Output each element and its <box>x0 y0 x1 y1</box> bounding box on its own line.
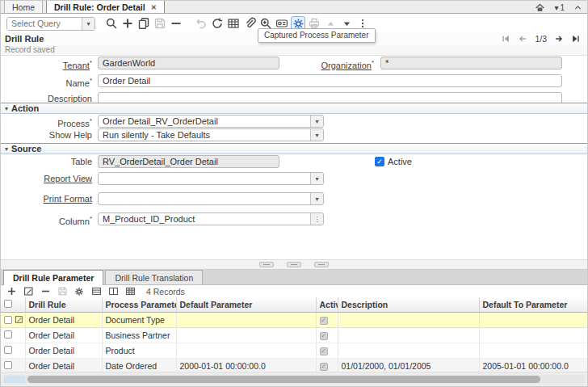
grid-row-3[interactable]: Order Detail Product ✓ <box>1 343 588 358</box>
active-cell-checkbox: ✓ <box>320 363 328 371</box>
splitter-collapse-up-handle[interactable] <box>259 262 274 267</box>
window-tab-bar: Home Drill Rule: Order Detail ✕ ▾ 1 <box>1 1 587 14</box>
last-record-icon[interactable] <box>571 34 581 44</box>
select-all-checkbox[interactable] <box>4 300 12 308</box>
print-format-dropdown-button[interactable]: ▾ <box>310 193 323 204</box>
table-label: Table <box>1 155 92 168</box>
print-format-label[interactable]: Print Format <box>1 192 92 205</box>
show-help-dropdown-button[interactable]: ▾ <box>310 129 323 141</box>
tenant-field[interactable]: GardenWorld <box>98 57 279 69</box>
refresh-icon[interactable] <box>210 16 225 31</box>
col-drill-rule[interactable]: Drill Rule <box>25 297 102 312</box>
report-view-label[interactable]: Report View <box>1 172 92 185</box>
col-default-to-parameter[interactable]: Default To Parameter <box>479 297 588 312</box>
row-checkbox[interactable] <box>4 361 12 369</box>
close-icon[interactable]: ✕ <box>151 3 157 11</box>
detail-pane: Drill Rule Parameter Drill Rule Translat… <box>1 270 587 386</box>
previous-record-icon[interactable] <box>518 34 527 44</box>
process-label: Process* <box>1 115 92 130</box>
grid-frozen-column-segment <box>4 376 25 383</box>
grid-header-row: Drill Rule Process Parameter Default Par… <box>1 297 588 312</box>
status-message: Record saved <box>1 45 587 56</box>
copy-record-icon[interactable] <box>136 16 151 31</box>
grid-row-2[interactable]: Order Detail Business Partner ✓ <box>1 327 588 343</box>
detail-new-icon[interactable] <box>6 286 17 297</box>
delete-record-icon[interactable] <box>169 16 183 31</box>
report-view-dropdown[interactable]: ▾ <box>98 172 324 185</box>
select-all-header[interactable] <box>1 297 25 312</box>
tab-drill-rule-order-detail[interactable]: Drill Rule: Order Detail ✕ <box>46 0 165 13</box>
col-description[interactable]: Description <box>338 297 479 312</box>
show-help-label: Show Help <box>1 128 92 141</box>
application-window: Home Drill Rule: Order Detail ✕ ▾ 1 ▾ <box>0 0 588 387</box>
pane-splitter[interactable] <box>1 259 587 270</box>
row-checkbox[interactable] <box>4 346 12 354</box>
show-help-dropdown[interactable]: Run silently - Take Defaults ▾ <box>98 128 324 141</box>
grid-toggle-icon[interactable] <box>226 16 241 31</box>
find-record-icon[interactable] <box>104 16 119 31</box>
active-cell-checkbox: ✓ <box>320 332 328 340</box>
row-checkbox[interactable] <box>4 330 12 339</box>
save-record-icon[interactable] <box>153 16 167 31</box>
detail-grid-view-icon[interactable] <box>124 286 136 297</box>
active-checkbox[interactable]: ✓ <box>375 157 384 166</box>
splitter-drag-handle[interactable] <box>287 262 301 267</box>
drill-rule-form: Tenant* GardenWorld Organization* * Name… <box>1 56 587 259</box>
detail-list-view-icon[interactable] <box>90 286 102 297</box>
column-field[interactable]: M_Product_ID_Product ⋮ <box>98 212 324 225</box>
caret-down-icon: ▾ <box>554 3 558 12</box>
splitter-collapse-down-handle[interactable] <box>314 262 329 267</box>
parameter-grid: Drill Rule Process Parameter Default Par… <box>1 297 588 374</box>
grid-hscrollbar-thumb[interactable] <box>27 376 540 383</box>
table-field[interactable]: RV_OrderDetail_Order Detail <box>98 155 279 168</box>
detail-edit-icon[interactable] <box>23 286 34 297</box>
record-position: 1/3 <box>535 34 547 44</box>
desktop-count: 1 <box>560 3 565 12</box>
select-query-dropdown-button[interactable]: ▾ <box>82 18 94 30</box>
detail-split-view-icon[interactable] <box>107 286 119 297</box>
detail-tab-strip: Drill Rule Parameter Drill Rule Translat… <box>1 270 587 285</box>
section-action[interactable]: ▾ Action <box>1 103 587 114</box>
section-source[interactable]: ▾ Source <box>1 143 587 154</box>
select-query-combo[interactable]: ▾ <box>6 17 95 31</box>
select-query-input[interactable] <box>7 18 82 30</box>
collapse-header-icon[interactable] <box>573 3 582 12</box>
process-dropdown[interactable]: Order Detail_RV_OrderDetail ▾ <box>98 115 324 128</box>
col-active[interactable]: Active <box>316 297 338 312</box>
organization-label[interactable]: Organization* <box>267 57 374 72</box>
detail-toolbar: 4 Records <box>1 285 587 297</box>
detail-process-gear-icon[interactable] <box>74 286 85 297</box>
name-field[interactable] <box>98 74 562 87</box>
attachment-icon[interactable] <box>242 16 257 31</box>
col-default-parameter[interactable]: Default Parameter <box>176 297 316 312</box>
process-dropdown-button[interactable]: ▾ <box>310 116 323 127</box>
section-collapse-icon: ▾ <box>5 145 8 153</box>
name-label: Name* <box>1 74 92 90</box>
detail-save-icon[interactable] <box>57 286 68 297</box>
report-view-dropdown-button[interactable]: ▾ <box>310 173 323 184</box>
desktop-selector[interactable]: ▾ 1 <box>554 3 565 12</box>
print-format-dropdown[interactable]: ▾ <box>98 192 324 205</box>
tab-home-label: Home <box>12 2 35 12</box>
record-navigation: 1/3 <box>501 32 581 45</box>
organization-field[interactable]: * <box>380 57 562 69</box>
tab-drill-rule-parameter[interactable]: Drill Rule Parameter <box>3 270 103 285</box>
col-process-parameter[interactable]: Process Parameter <box>102 297 176 312</box>
tenant-label[interactable]: Tenant* <box>1 57 92 72</box>
first-record-icon[interactable] <box>501 34 510 44</box>
column-more-button[interactable]: ⋮ <box>310 213 323 225</box>
grid-row-1[interactable]: Order Detail Document Type ✓ <box>1 312 588 327</box>
new-record-icon[interactable] <box>120 16 135 31</box>
detail-delete-icon[interactable] <box>40 286 51 297</box>
next-record-icon[interactable] <box>554 34 564 44</box>
grid-hscrollbar-area <box>1 372 587 386</box>
row-edit-icon[interactable] <box>15 315 23 324</box>
grid-hscrollbar-track[interactable] <box>3 375 585 384</box>
active-cell-checkbox: ✓ <box>320 347 328 355</box>
tab-home[interactable]: Home <box>4 0 43 13</box>
row-checkbox[interactable] <box>4 316 12 324</box>
section-collapse-icon: ▾ <box>5 105 8 112</box>
home-icon[interactable] <box>535 2 545 13</box>
tab-drill-rule-translation[interactable]: Drill Rule Translation <box>105 270 203 284</box>
undo-icon[interactable] <box>194 16 208 31</box>
